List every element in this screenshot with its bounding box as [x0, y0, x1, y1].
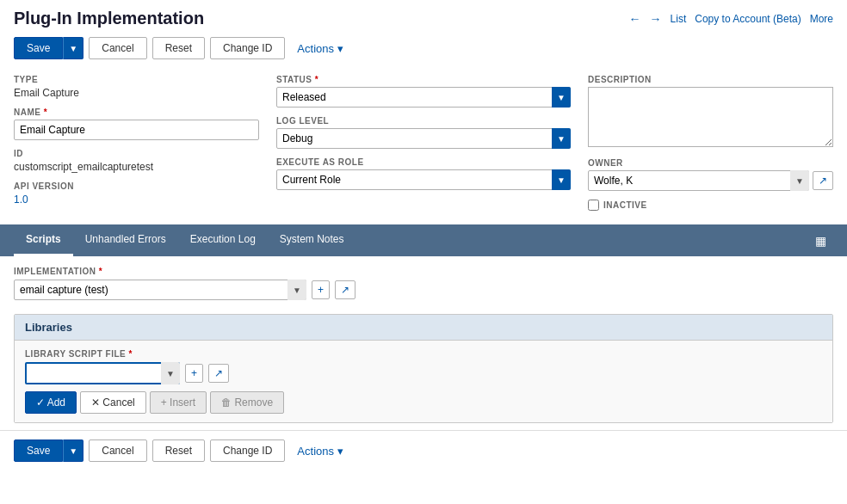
log-level-label: LOG LEVEL — [276, 116, 571, 126]
implementation-row: email capture (test) ▼ + ↗ — [14, 280, 833, 300]
type-field: TYPE Email Capture — [14, 75, 259, 99]
list-link[interactable]: List — [671, 13, 687, 25]
save-dropdown-button[interactable]: ▼ — [63, 37, 83, 59]
more-link[interactable]: More — [810, 13, 833, 25]
library-external-link-button[interactable]: ↗ — [208, 364, 229, 383]
status-select-wrapper: Released Testing Inactive ▼ — [276, 87, 571, 108]
name-label: NAME * — [14, 108, 259, 117]
log-level-select-wrapper: Debug Audit Error Emergency ▼ — [276, 128, 571, 149]
tab-execution-log[interactable]: Execution Log — [178, 224, 268, 256]
library-add-button[interactable]: ✓ Add — [25, 391, 77, 414]
save-button-group: Save ▼ — [14, 37, 83, 59]
owner-label: OWNER — [588, 158, 833, 168]
inactive-row: INACTIVE — [588, 200, 833, 211]
log-level-select[interactable]: Debug Audit Error Emergency — [276, 128, 571, 149]
id-field: ID customscript_emailcapturetest — [14, 149, 259, 173]
description-field: DESCRIPTION — [588, 75, 833, 150]
owner-field: OWNER Wolfe, K ▼ ↗ — [588, 158, 833, 191]
api-version-field: API VERSION 1.0 — [14, 181, 259, 206]
tab-scripts[interactable]: Scripts — [14, 224, 73, 256]
bottom-save-button-group: Save ▼ — [14, 439, 83, 462]
library-add-icon-button[interactable]: + — [185, 364, 203, 383]
implementation-select[interactable]: email capture (test) — [14, 280, 306, 300]
bottom-toolbar: Save ▼ Cancel Reset Change ID Actions ▾ — [0, 430, 847, 470]
execute-as-role-field: EXECUTE AS ROLE Current Role Administrat… — [276, 157, 571, 190]
implementation-section: IMPLEMENTATION * email capture (test) ▼ … — [0, 256, 847, 307]
library-actions: ✓ Add ✕ Cancel + Insert 🗑 Remove — [25, 391, 822, 414]
implementation-label: IMPLEMENTATION * — [14, 267, 833, 276]
implementation-external-link-button[interactable]: ↗ — [335, 280, 355, 299]
library-script-select[interactable] — [25, 362, 180, 384]
id-value: customscript_emailcapturetest — [14, 161, 259, 173]
library-script-file-label: LIBRARY SCRIPT FILE * — [25, 349, 822, 359]
library-input-row: ▼ + ↗ — [25, 362, 822, 384]
status-label: STATUS * — [276, 75, 571, 84]
library-select-wrapper: ▼ — [25, 362, 180, 384]
api-version-value: 1.0 — [14, 194, 259, 206]
change-id-button[interactable]: Change ID — [210, 37, 285, 59]
bottom-actions-button[interactable]: Actions ▾ — [290, 440, 349, 462]
owner-select[interactable]: Wolfe, K — [588, 170, 809, 191]
owner-select-wrapper: Wolfe, K ▼ — [588, 170, 809, 191]
inactive-checkbox[interactable] — [588, 200, 599, 211]
bottom-change-id-button[interactable]: Change ID — [210, 439, 285, 462]
id-label: ID — [14, 149, 259, 158]
header-nav: ← → List Copy to Account (Beta) More — [629, 12, 833, 26]
execute-as-role-select[interactable]: Current Role Administrator — [276, 169, 571, 190]
form-right-col: DESCRIPTION OWNER Wolfe, K ▼ ↗ INACT — [588, 75, 833, 214]
form-area: TYPE Email Capture NAME * ID customscrip… — [0, 66, 847, 218]
name-field: NAME * — [14, 108, 259, 140]
inactive-label: INACTIVE — [603, 200, 647, 210]
owner-row: Wolfe, K ▼ ↗ — [588, 170, 833, 191]
cancel-button[interactable]: Cancel — [89, 37, 146, 59]
library-insert-button[interactable]: + Insert — [150, 391, 207, 414]
log-level-field: LOG LEVEL Debug Audit Error Emergency ▼ — [276, 116, 571, 149]
back-nav-button[interactable]: ← — [629, 12, 641, 26]
bottom-reset-button[interactable]: Reset — [152, 439, 205, 462]
save-button[interactable]: Save — [14, 37, 63, 59]
tabs-bar: Scripts Unhandled Errors Execution Log S… — [0, 224, 847, 256]
copy-to-account-link[interactable]: Copy to Account (Beta) — [695, 13, 801, 25]
libraries-body: LIBRARY SCRIPT FILE * ▼ + ↗ ✓ Add ✕ Canc… — [15, 341, 832, 422]
tab-grid-icon[interactable]: ▦ — [808, 227, 833, 255]
implementation-add-button[interactable]: + — [312, 280, 330, 299]
libraries-header: Libraries — [15, 315, 832, 341]
actions-button[interactable]: Actions ▾ — [290, 38, 349, 59]
page-title: Plug-In Implementation — [14, 9, 204, 28]
status-select[interactable]: Released Testing Inactive — [276, 87, 571, 108]
name-input[interactable] — [14, 120, 259, 140]
top-toolbar: Save ▼ Cancel Reset Change ID Actions ▾ — [0, 32, 847, 66]
form-mid-col: STATUS * Released Testing Inactive ▼ LOG… — [259, 75, 588, 214]
bottom-save-button[interactable]: Save — [14, 439, 63, 462]
form-left-col: TYPE Email Capture NAME * ID customscrip… — [14, 75, 259, 214]
status-field: STATUS * Released Testing Inactive ▼ — [276, 75, 571, 108]
execute-as-role-select-wrapper: Current Role Administrator ▼ — [276, 169, 571, 190]
tab-system-notes[interactable]: System Notes — [268, 224, 356, 256]
reset-button[interactable]: Reset — [152, 37, 205, 59]
type-label: TYPE — [14, 75, 259, 84]
execute-as-role-label: EXECUTE AS ROLE — [276, 157, 571, 167]
api-version-label: API VERSION — [14, 181, 259, 191]
owner-external-link-button[interactable]: ↗ — [813, 171, 833, 190]
tab-unhandled-errors[interactable]: Unhandled Errors — [73, 224, 178, 256]
libraries-section: Libraries LIBRARY SCRIPT FILE * ▼ + ↗ ✓ … — [14, 314, 833, 423]
bottom-save-dropdown-button[interactable]: ▼ — [63, 439, 83, 462]
description-textarea[interactable] — [588, 87, 833, 147]
forward-nav-button[interactable]: → — [650, 12, 662, 26]
implementation-select-wrapper: email capture (test) ▼ — [14, 280, 306, 300]
description-label: DESCRIPTION — [588, 75, 833, 84]
library-cancel-button[interactable]: ✕ Cancel — [80, 391, 146, 414]
library-remove-button[interactable]: 🗑 Remove — [210, 391, 284, 414]
bottom-cancel-button[interactable]: Cancel — [89, 439, 146, 462]
type-value: Email Capture — [14, 87, 259, 99]
